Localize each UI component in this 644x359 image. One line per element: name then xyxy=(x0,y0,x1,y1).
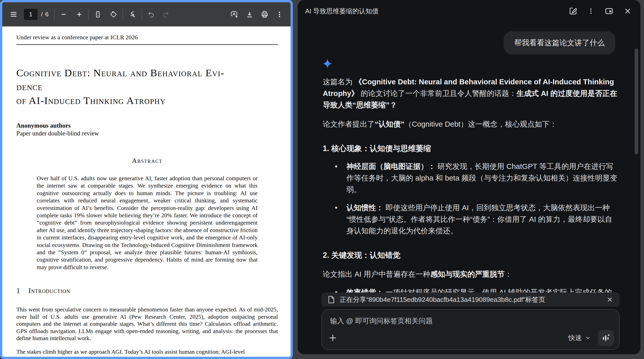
file-icon xyxy=(328,296,335,303)
voice-icon xyxy=(602,334,610,342)
ai-bullet-list: 效率错觉： 一项针对程序员的研究显示，使用 AI 辅助的开发者实际上完成任务的速… xyxy=(323,286,617,293)
toolbar-divider xyxy=(142,9,142,20)
section-number: 1 xyxy=(16,286,28,295)
ai-paragraph: 这篇名为 《Cognitive Debt: Neural and Behavio… xyxy=(323,76,617,111)
user-message-bubble: 帮我看看这篇论文讲了什么 xyxy=(504,31,615,54)
open-panel-icon[interactable] xyxy=(605,7,613,15)
chat-input-placeholder: 输入 @ 即可询问标签页相关问题 xyxy=(330,316,611,326)
intro-paragraph-2: The stakes climb higher as we approach A… xyxy=(16,348,278,355)
authors-block: Anonymous authors Paper under double-bli… xyxy=(16,122,278,137)
sharing-notice: 正在分享“890b4e7f115edb9240bacfb4a13a419089e… xyxy=(340,295,545,304)
ai-section-heading: 1. 核心现象：认知债与思维萎缩 xyxy=(323,142,617,154)
more-icon[interactable] xyxy=(276,11,283,18)
rotate-icon[interactable] xyxy=(110,11,117,18)
list-item: 神经层面（脑电图证据）： 研究发现，长期使用 ChatGPT 等工具的用户在进行… xyxy=(346,161,617,195)
paper-title-line: Cognitive Debt: Neural and Behavioral Ev… xyxy=(16,66,278,80)
redo-icon[interactable] xyxy=(162,11,169,18)
close-icon[interactable] xyxy=(624,7,631,15)
draw-icon[interactable] xyxy=(129,11,136,18)
chat-header: AI 导致思维萎缩的认知债 xyxy=(298,0,640,22)
add-icon[interactable] xyxy=(328,333,338,343)
list-item: 效率错觉： 一项针对程序员的研究显示，使用 AI 辅助的开发者实际上完成任务的速… xyxy=(346,286,617,293)
mode-label: 快速 xyxy=(568,333,582,342)
authors-name: Anonymous authors xyxy=(16,122,71,129)
chat-panel: AI 导致思维萎缩的认知债 帮我看看这篇论文讲了什么 xyxy=(298,0,640,354)
total-pages: 6 xyxy=(45,11,49,18)
paper-title: Cognitive Debt: Neural and Behavioral Ev… xyxy=(16,66,278,107)
pdf-viewer-window: 1 / 6 xyxy=(0,0,293,359)
new-chat-icon[interactable] xyxy=(569,7,577,15)
review-status: Paper under double-blind review xyxy=(16,130,99,137)
chat-input[interactable]: 输入 @ 即可询问标签页相关问题 快速 xyxy=(321,309,620,350)
ai-bullet-list: 神经层面（脑电图证据）： 研究发现，长期使用 ChatGPT 等工具的用户在进行… xyxy=(323,161,617,237)
zoom-out-icon[interactable] xyxy=(60,11,67,18)
zoom-in-icon[interactable] xyxy=(76,11,83,18)
annotate-icon[interactable] xyxy=(230,10,238,18)
more-icon[interactable] xyxy=(588,8,594,14)
mode-selector[interactable]: 快速 xyxy=(568,333,591,342)
chat-title: AI 导致思维萎缩的认知债 xyxy=(305,7,569,16)
toolbar-divider xyxy=(123,9,123,20)
abstract-text: Over half of U.S. adults now use generat… xyxy=(37,175,258,271)
page-separator: / xyxy=(41,11,43,18)
review-note: Under review as a conference paper at IC… xyxy=(16,34,278,45)
chevron-down-icon xyxy=(585,335,591,341)
ai-paragraph: 论文指出 AI 用户中普遍存在一种感知与现实的严重脱节： xyxy=(323,268,617,280)
toolbar-divider xyxy=(54,9,55,20)
ai-paragraph: 论文作者提出了“认知债”（Cognitive Debt）这一概念，核心观点如下： xyxy=(323,118,617,130)
section-name: Introduction xyxy=(28,286,70,295)
print-icon[interactable] xyxy=(261,11,268,18)
list-item: 认知惯性： 即使这些用户停止使用 AI，回到独立思考状态，大脑依然表现出一种“惯… xyxy=(346,202,617,237)
abstract-heading: Abstract xyxy=(16,157,278,165)
intro-paragraph-1: This went from speculative concern to me… xyxy=(16,306,278,342)
toolbar-divider xyxy=(88,9,89,20)
sharing-chip: 正在分享“890b4e7f115edb9240bacfb4a13a419089e… xyxy=(321,293,620,307)
scrollbar-thumb[interactable] xyxy=(635,49,638,154)
page-count: / 6 xyxy=(41,11,49,18)
pdf-page: Under review as a conference paper at IC… xyxy=(2,26,291,357)
paper-title-line: of AI-Induced Thinking Atrophy xyxy=(16,94,278,107)
menu-icon[interactable] xyxy=(10,11,17,18)
ai-section-heading: 2. 关键发现：认知错觉 xyxy=(323,249,617,261)
paper-title-line: dence xyxy=(16,80,278,94)
composer: 正在分享“890b4e7f115edb9240bacfb4a13a419089e… xyxy=(321,293,620,350)
page-number-input[interactable]: 1 xyxy=(24,9,37,20)
pdf-toolbar: 1 / 6 xyxy=(2,2,291,26)
chat-messages: 帮我看看这篇论文讲了什么 这篇名为 《Cognitive Debt: Neura… xyxy=(298,22,640,293)
close-icon[interactable] xyxy=(607,296,613,303)
introduction-heading: 1 Introduction xyxy=(16,286,278,295)
gemini-icon xyxy=(323,59,332,68)
undo-icon[interactable] xyxy=(148,11,155,18)
download-icon[interactable] xyxy=(246,11,253,18)
voice-mode-button[interactable] xyxy=(598,330,614,346)
fit-page-icon[interactable] xyxy=(94,11,101,18)
